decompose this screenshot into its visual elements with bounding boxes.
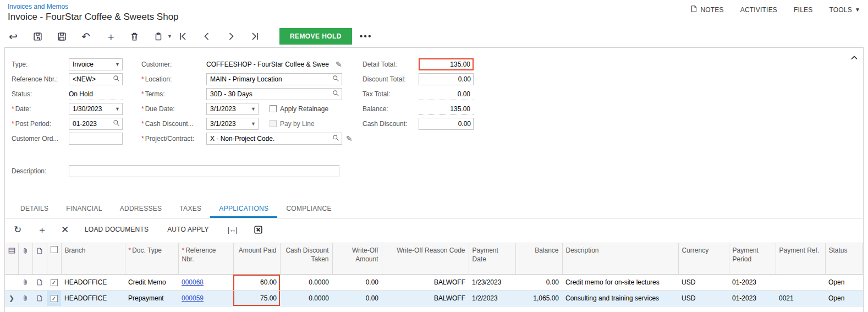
project-contract-value[interactable] xyxy=(210,135,332,143)
row-checkbox-checked[interactable] xyxy=(51,295,58,302)
cell-payment-period[interactable]: 01-2023 xyxy=(729,291,776,306)
tab-details[interactable]: DETAILS xyxy=(12,200,57,218)
collapse-panel-button[interactable] xyxy=(851,52,858,62)
delete-row-button[interactable]: ✕ xyxy=(61,225,85,234)
cell-balance[interactable]: 1,065.00 xyxy=(515,291,562,306)
cell-amount-paid[interactable]: 60.00 xyxy=(233,275,280,291)
search-icon[interactable] xyxy=(113,119,120,128)
date-picker[interactable]: ▼ xyxy=(69,103,123,115)
caret-down-icon[interactable]: ▼ xyxy=(251,121,256,127)
col-status[interactable]: Status xyxy=(825,243,863,275)
tools-button[interactable]: TOOLS ▼ xyxy=(829,6,860,14)
cell-payment-date[interactable]: 1/23/2023 xyxy=(469,275,515,291)
cell-amount-paid[interactable]: 75.00 xyxy=(233,291,280,306)
cell-description[interactable]: Credit memo for on-site lectures xyxy=(562,275,678,291)
search-icon[interactable] xyxy=(113,75,120,84)
row-select-cell[interactable] xyxy=(47,291,61,306)
remove-hold-button[interactable]: REMOVE HOLD xyxy=(279,28,352,45)
cell-payment-date[interactable]: 1/2/2023 xyxy=(469,291,515,306)
reference-link[interactable]: 000059 xyxy=(182,294,204,302)
attachment-cell[interactable] xyxy=(18,291,32,306)
cell-status[interactable]: Open xyxy=(825,291,863,306)
back-button[interactable]: ↩ xyxy=(9,31,33,42)
cell-currency[interactable]: USD xyxy=(678,291,729,306)
cash-discount-date-value[interactable] xyxy=(210,120,249,128)
col-amount-paid[interactable]: Amount Paid xyxy=(233,243,280,275)
discount-total-input[interactable] xyxy=(419,73,474,85)
select-all-header[interactable] xyxy=(47,243,61,275)
tab-compliance[interactable]: COMPLIANCE xyxy=(277,200,340,218)
cell-payment-period[interactable]: 01-2023 xyxy=(729,275,776,291)
cell-branch[interactable]: HEADOFFICE xyxy=(61,275,125,291)
previous-record-button[interactable] xyxy=(202,32,227,41)
type-dropdown[interactable]: ▼ xyxy=(69,58,123,70)
post-period-value[interactable] xyxy=(73,120,113,128)
description-value[interactable] xyxy=(73,167,337,175)
row-checkbox-checked[interactable] xyxy=(51,279,58,286)
search-icon[interactable] xyxy=(332,134,339,143)
due-date-picker[interactable]: ▼ xyxy=(206,103,259,115)
reference-link[interactable]: 000068 xyxy=(182,278,204,286)
cell-write-off-amount[interactable]: 0.00 xyxy=(332,291,382,306)
table-row-selected[interactable]: ❯ HEADOFFICE Prepayment 000059 75.00 0.0… xyxy=(5,291,863,306)
cell-payment-ref[interactable] xyxy=(776,275,825,291)
cell-cash-discount-taken[interactable]: 0.0000 xyxy=(280,275,332,291)
notes-header[interactable] xyxy=(32,243,47,275)
export-excel-button[interactable] xyxy=(254,225,277,234)
copy-paste-button[interactable]: ▼ xyxy=(154,32,178,41)
pencil-icon[interactable]: ✎ xyxy=(346,134,353,143)
col-currency[interactable]: Currency xyxy=(678,243,729,275)
auto-apply-button[interactable]: AUTO APPLY xyxy=(167,226,209,233)
cell-payment-ref[interactable]: 0021 xyxy=(776,291,825,306)
tab-financial[interactable]: FINANCIAL xyxy=(57,200,111,218)
cell-doc-type[interactable]: Credit Memo xyxy=(125,275,178,291)
cell-currency[interactable]: USD xyxy=(678,275,729,291)
col-payment-ref[interactable]: Payment Ref. xyxy=(776,243,825,275)
col-balance[interactable]: Balance xyxy=(515,243,562,275)
add-new-button[interactable]: ＋ xyxy=(106,31,130,42)
cell-doc-type[interactable]: Prepayment xyxy=(125,291,178,306)
location-value[interactable] xyxy=(210,75,332,83)
col-payment-period[interactable]: Payment Period xyxy=(729,243,776,275)
terms-value[interactable] xyxy=(210,90,332,98)
attachments-header[interactable] xyxy=(18,243,32,275)
files-button[interactable]: FILES xyxy=(794,6,812,14)
customer-order-value[interactable] xyxy=(73,135,120,143)
cell-write-off-reason-code[interactable]: BALWOFF xyxy=(382,275,469,291)
project-contract-input[interactable] xyxy=(206,133,342,145)
notes-button[interactable]: NOTES xyxy=(690,5,723,14)
customer-value[interactable]: COFFEESHOP - FourStar Coffee & Swee xyxy=(206,58,332,70)
cancel-button[interactable]: ↶ xyxy=(81,31,106,42)
refresh-button[interactable]: ↻ xyxy=(14,225,37,234)
caret-down-icon[interactable]: ▼ xyxy=(115,106,120,112)
col-branch[interactable]: Branch xyxy=(61,243,125,275)
cell-cash-discount-taken[interactable]: 0.0000 xyxy=(280,291,332,306)
note-cell[interactable] xyxy=(32,275,47,291)
discount-total-value[interactable] xyxy=(422,75,471,83)
select-all-checkbox[interactable] xyxy=(51,246,58,253)
caret-down-icon[interactable]: ▼ xyxy=(251,106,256,112)
load-documents-button[interactable]: LOAD DOCUMENTS xyxy=(85,226,149,233)
description-input[interactable] xyxy=(69,165,339,177)
caret-down-icon[interactable]: ▼ xyxy=(115,62,120,67)
col-reference-nbr[interactable]: *Reference Nbr. xyxy=(178,243,233,275)
apply-retainage-checkbox[interactable] xyxy=(270,105,277,112)
reference-nbr-input[interactable] xyxy=(69,73,123,85)
cell-branch[interactable]: HEADOFFICE xyxy=(61,291,125,306)
next-record-button[interactable] xyxy=(227,32,251,41)
fit-width-button[interactable]: |↔| xyxy=(228,226,237,234)
search-icon[interactable] xyxy=(332,90,339,98)
delete-button[interactable] xyxy=(130,32,154,41)
search-icon[interactable] xyxy=(332,75,339,84)
tab-addresses[interactable]: ADDRESSES xyxy=(111,200,171,218)
activities-button[interactable]: ACTIVITIES xyxy=(740,6,777,14)
cash-discount-value[interactable] xyxy=(422,120,471,128)
cash-discount-date-picker[interactable]: ▼ xyxy=(206,118,259,130)
pencil-icon[interactable]: ✎ xyxy=(336,60,342,69)
save-close-button[interactable] xyxy=(33,32,57,41)
cell-write-off-reason-code[interactable]: BALWOFF xyxy=(382,291,469,306)
cell-reference-nbr[interactable]: 000059 xyxy=(178,291,233,306)
col-write-off-reason-code[interactable]: Write-Off Reason Code xyxy=(382,243,469,275)
cell-balance[interactable]: 0.00 xyxy=(515,275,562,291)
first-record-button[interactable] xyxy=(178,32,202,41)
